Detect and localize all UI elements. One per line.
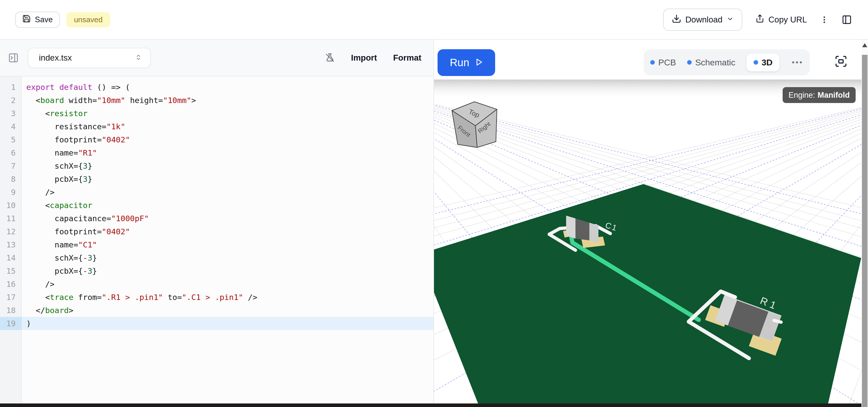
3d-dot-icon	[753, 60, 758, 65]
sidebar-open-icon[interactable]	[8, 53, 19, 63]
tab-pcb-label: PCB	[658, 58, 676, 67]
run-button[interactable]: Run	[437, 49, 495, 76]
tab-schematic[interactable]: Schematic	[687, 58, 735, 67]
code-editor-panel: index.tsx Import Format 1export default …	[0, 40, 434, 403]
editor-header: index.tsx Import Format	[0, 40, 434, 76]
run-button-label: Run	[450, 57, 469, 69]
play-icon	[475, 57, 483, 69]
copy-url-label: Copy URL	[769, 15, 807, 25]
scrollbar-up-arrow-icon[interactable]	[862, 43, 867, 47]
engine-status-badge: Engine: Manifold	[783, 87, 856, 103]
tab-3d-label: 3D	[762, 58, 773, 67]
download-icon	[672, 14, 681, 26]
chevron-down-icon	[726, 15, 734, 25]
download-button[interactable]: Download	[663, 9, 742, 31]
format-button[interactable]: Format	[393, 53, 422, 63]
tab-pcb[interactable]: PCB	[650, 58, 676, 67]
panel-layout-toggle-icon[interactable]	[842, 15, 852, 25]
r1-silkscreen-nub	[774, 320, 781, 322]
schematic-dot-icon	[687, 60, 692, 65]
flask-off-icon[interactable]	[325, 53, 335, 63]
code-area[interactable]: 1export default () => (2 <board width="1…	[0, 76, 434, 403]
import-button[interactable]: Import	[351, 53, 377, 63]
view-tabs: PCB Schematic 3D	[644, 49, 810, 75]
tab-3d[interactable]: 3D	[746, 54, 780, 71]
file-name: index.tsx	[39, 53, 72, 63]
viewer-panel: C1 R1 Top Front Right	[434, 40, 868, 403]
engine-label: Engine:	[788, 91, 815, 100]
pcb-dot-icon	[650, 60, 655, 65]
save-button-label: Save	[35, 15, 53, 24]
share-icon	[755, 14, 765, 25]
save-icon	[22, 14, 31, 25]
tab-schematic-label: Schematic	[695, 58, 735, 67]
unsaved-status-badge: unsaved	[66, 12, 110, 27]
file-selector[interactable]: index.tsx	[28, 48, 151, 68]
window-scrollbar[interactable]	[862, 40, 868, 407]
code-lines[interactable]: 1export default () => (2 <board width="1…	[0, 76, 434, 330]
chevrons-up-down-icon	[135, 53, 142, 63]
kebab-menu-icon[interactable]	[820, 15, 829, 24]
scrollbar-thumb[interactable]	[862, 55, 868, 407]
tabs-overflow-icon[interactable]	[791, 61, 803, 63]
save-button[interactable]: Save	[15, 11, 60, 28]
download-button-label: Download	[685, 15, 722, 25]
pcb-board[interactable]	[434, 184, 861, 403]
fullscreen-icon[interactable]	[834, 55, 847, 69]
copy-url-button[interactable]: Copy URL	[755, 14, 807, 25]
bottom-dock-strip	[0, 403, 862, 407]
top-bar: Save unsaved Download Copy URL	[0, 0, 868, 40]
engine-value: Manifold	[817, 91, 849, 100]
